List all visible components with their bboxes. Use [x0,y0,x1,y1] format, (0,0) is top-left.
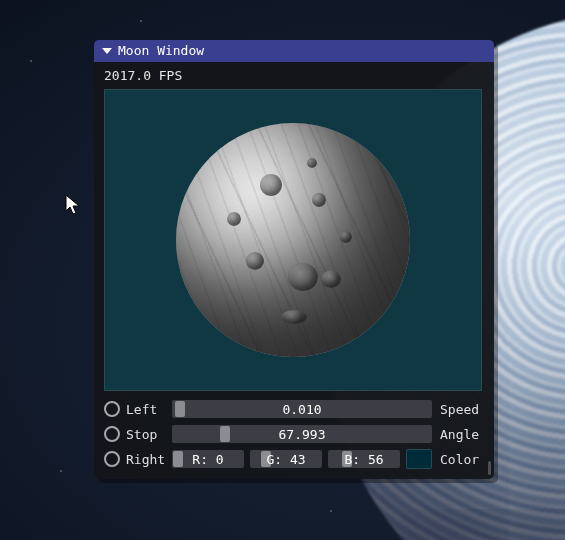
speed-value: 0.010 [282,402,321,417]
angle-label: Angle [440,427,484,442]
color-g-value: G: 43 [266,452,305,467]
moon-viewport[interactable] [104,89,482,391]
window-title: Moon Window [118,40,204,62]
radio-right-label: Right [126,452,166,467]
window-titlebar[interactable]: Moon Window [94,40,494,62]
angle-value: 67.993 [279,427,326,442]
slider-thumb [220,426,230,442]
fps-readout: 2017.0 FPS [104,68,484,83]
color-g-slider[interactable]: G: 43 [250,450,322,468]
color-b-value: B: 56 [344,452,383,467]
speed-label: Speed [440,402,484,417]
scene-background: Moon Window 2017.0 FPS [0,0,565,540]
color-label: Color [440,452,484,467]
window-body: 2017.0 FPS Left [94,62,494,479]
row-angle: Stop 67.993 Angle [104,424,484,444]
speed-slider[interactable]: 0.010 [172,400,432,418]
moon-window[interactable]: Moon Window 2017.0 FPS [94,40,494,479]
collapse-arrow-icon[interactable] [102,48,112,54]
star [140,20,142,22]
color-r-slider[interactable]: R: 0 [172,450,244,468]
angle-slider[interactable]: 67.993 [172,425,432,443]
row-speed: Left 0.010 Speed [104,399,484,419]
color-b-slider[interactable]: B: 56 [328,450,400,468]
star [60,470,62,472]
row-color: Right R: 0 G: 43 B: 56 Color [104,449,484,469]
radio-stop[interactable] [104,426,120,442]
moon-sphere [176,123,410,357]
radio-left-label: Left [126,402,166,417]
color-swatch[interactable] [406,449,432,469]
slider-thumb [175,401,185,417]
star [30,60,32,62]
radio-left[interactable] [104,401,120,417]
radio-stop-label: Stop [126,427,166,442]
slider-thumb [173,451,183,467]
resize-grip-icon[interactable] [488,461,491,475]
radio-right[interactable] [104,451,120,467]
star [330,510,332,512]
controls-panel: Left 0.010 Speed Stop 67.993 Angle [104,399,484,469]
color-r-value: R: 0 [192,452,223,467]
